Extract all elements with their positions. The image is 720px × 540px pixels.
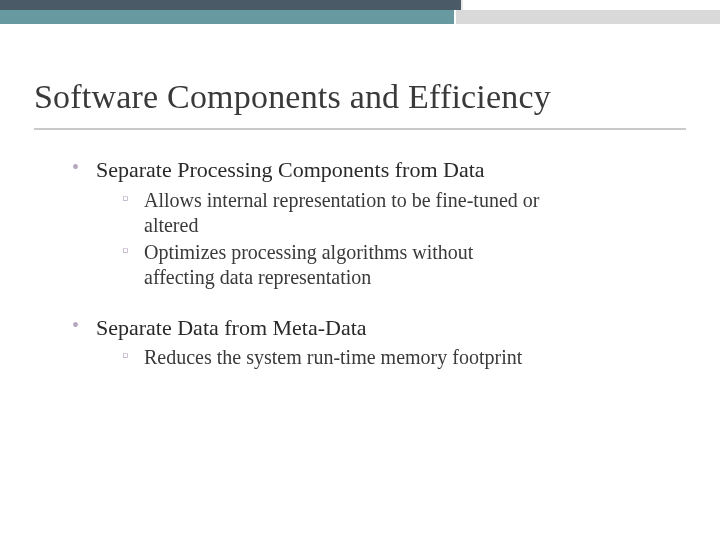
list-item: Optimizes processing algorithms without … [122,240,542,290]
bullet-list: Separate Processing Components from Data… [72,156,686,370]
header-bars [0,0,720,24]
list-item: Allows internal representation to be fin… [122,188,542,238]
list-item: Reduces the system run-time memory footp… [122,345,542,370]
sub-bullet-list: Allows internal representation to be fin… [122,188,542,290]
sub-bullet-list: Reduces the system run-time memory footp… [122,345,542,370]
slide: Software Components and Efficiency Separ… [0,0,720,540]
bar-grey-segment [456,10,720,24]
list-item: Separate Data from Meta-Data Reduces the… [72,314,686,371]
bar-dark-segment [0,0,461,10]
content-area: Software Components and Efficiency Separ… [34,78,686,394]
bullet-text: Separate Data from Meta-Data [96,315,367,340]
bar-white-segment [463,0,720,10]
title-underline [34,128,686,130]
bar-teal-segment [0,10,454,24]
header-bar-bottom [0,10,720,24]
header-bar-top [0,0,720,10]
list-item: Separate Processing Components from Data… [72,156,686,290]
slide-title: Software Components and Efficiency [34,78,686,116]
bullet-text: Separate Processing Components from Data [96,157,485,182]
